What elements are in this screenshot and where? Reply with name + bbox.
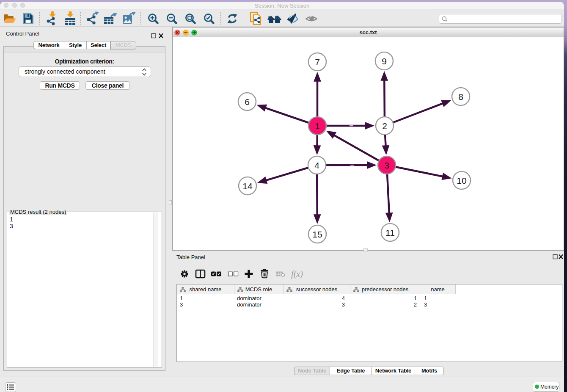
svg-text:4: 4: [314, 160, 319, 170]
svg-text:15: 15: [312, 229, 322, 239]
svg-text:9: 9: [382, 56, 387, 66]
svg-text:f(x): f(x): [291, 269, 303, 279]
svg-text:14: 14: [242, 181, 253, 191]
svg-text:7: 7: [315, 57, 320, 67]
svg-text:2: 2: [382, 121, 387, 131]
svg-text:11: 11: [385, 228, 395, 237]
svg-text:6: 6: [245, 97, 250, 107]
svg-text:10: 10: [457, 176, 466, 185]
svg-text:3: 3: [384, 160, 389, 170]
svg-text:1: 1: [315, 121, 320, 131]
svg-text:8: 8: [458, 92, 463, 102]
svg-text:Memory: Memory: [540, 384, 559, 390]
